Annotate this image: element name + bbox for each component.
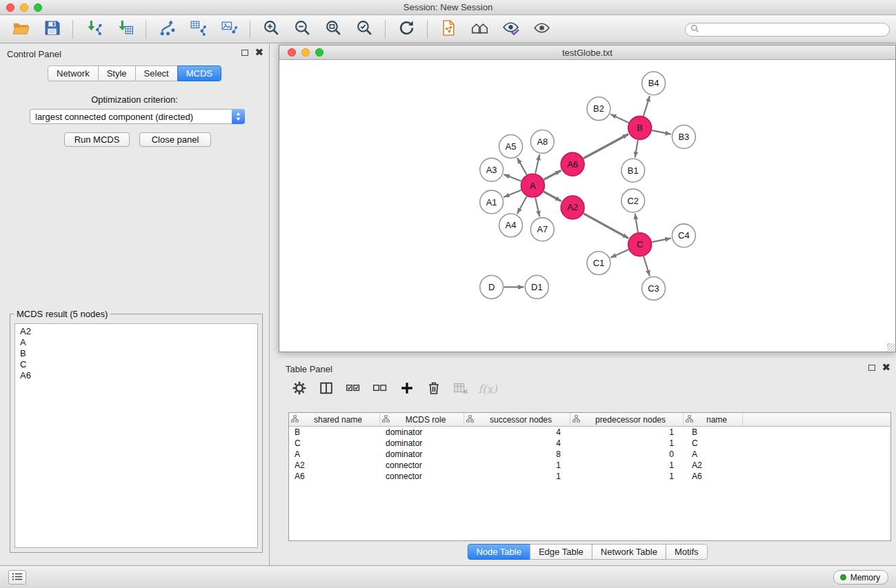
delete-column-button[interactable] <box>424 379 444 398</box>
edge-B-B4[interactable] <box>644 96 650 116</box>
table-tab-network-table[interactable]: Network Table <box>592 544 666 560</box>
edge-A2-C[interactable] <box>584 214 628 239</box>
column-visibility-button[interactable] <box>317 379 336 398</box>
mcds-result-list[interactable]: A2ABCA6 <box>14 323 258 548</box>
edge-A-A8[interactable] <box>535 154 539 174</box>
home-button[interactable] <box>467 18 492 40</box>
node-C[interactable]: C <box>628 233 652 256</box>
tab-network[interactable]: Network <box>48 65 99 81</box>
node-D[interactable]: D <box>480 276 504 299</box>
table-row[interactable]: A2connector11A2 <box>289 460 890 471</box>
tab-mcds[interactable]: MCDS <box>177 65 221 81</box>
panels-menu-button[interactable] <box>8 570 26 585</box>
search-input[interactable] <box>702 25 889 34</box>
node-A3[interactable]: A3 <box>480 158 504 181</box>
close-panel-icon[interactable]: ✖ <box>255 48 263 57</box>
node-A7[interactable]: A7 <box>530 218 554 241</box>
edge-A-A2[interactable] <box>544 192 561 201</box>
node-D1[interactable]: D1 <box>525 276 548 299</box>
optimization-criterion-select[interactable]: largest connected component (directed) <box>30 109 245 124</box>
network-canvas[interactable]: AA1A2A3A4A5A6A7A8BB1B2B3B4CC1C2C3C4DD1 <box>279 61 895 352</box>
close-panel-button[interactable]: Close panel <box>139 132 211 147</box>
column-header-mcds-role[interactable]: MCDS role <box>380 413 464 426</box>
zoom-fit-button[interactable] <box>321 18 346 40</box>
refresh-view-button[interactable] <box>394 18 419 40</box>
mcds-result-item[interactable]: A2 <box>20 326 252 337</box>
edge-A-A4[interactable] <box>517 196 527 214</box>
edge-A-A3[interactable] <box>504 174 521 181</box>
network-minimize-button[interactable] <box>301 48 310 57</box>
search-field[interactable] <box>685 23 890 37</box>
close-window-button[interactable] <box>6 3 14 12</box>
table-row[interactable]: A6connector11A6 <box>289 471 890 482</box>
edge-A-A5[interactable] <box>517 158 527 175</box>
edge-A-A6[interactable] <box>544 170 561 179</box>
node-C1[interactable]: C1 <box>587 252 610 275</box>
node-B1[interactable]: B1 <box>621 159 645 182</box>
table-row[interactable]: Cdominator41C <box>289 438 890 449</box>
node-C4[interactable]: C4 <box>672 224 695 247</box>
tab-select[interactable]: Select <box>135 65 178 81</box>
table-tab-edge-table[interactable]: Edge Table <box>530 544 593 560</box>
node-A4[interactable]: A4 <box>499 214 523 237</box>
network-from-table-button[interactable] <box>186 18 210 40</box>
edge-A6-B[interactable] <box>584 134 628 158</box>
run-mcds-button[interactable]: Run MCDS <box>64 132 130 147</box>
style-check-button[interactable] <box>498 18 523 40</box>
edge-C-C4[interactable] <box>652 239 671 243</box>
edge-C-C3[interactable] <box>644 256 650 276</box>
edge-B-B1[interactable] <box>635 140 638 157</box>
node-A1[interactable]: A1 <box>480 190 504 214</box>
deselect-all-rows-button[interactable] <box>370 379 390 398</box>
import-table-button[interactable] <box>112 18 137 40</box>
network-close-button[interactable] <box>288 48 296 57</box>
node-A6[interactable]: A6 <box>561 152 584 176</box>
export-image-button[interactable] <box>217 18 241 40</box>
zoom-in-button[interactable] <box>259 18 283 40</box>
node-B[interactable]: B <box>628 116 652 140</box>
memory-button[interactable]: Memory <box>833 570 888 585</box>
node-C3[interactable]: C3 <box>642 277 666 301</box>
resize-grip[interactable] <box>887 343 895 351</box>
node-C2[interactable]: C2 <box>621 189 645 212</box>
zoom-selected-button[interactable] <box>352 18 377 40</box>
zoom-window-button[interactable] <box>34 3 42 12</box>
open-network-file-button[interactable] <box>436 18 461 40</box>
network-zoom-button[interactable] <box>315 48 323 57</box>
table-tab-node-table[interactable]: Node Table <box>467 544 530 560</box>
create-column-button[interactable] <box>397 379 417 398</box>
column-header-predecessor-nodes[interactable]: predecessor nodes <box>570 413 684 426</box>
zoom-out-button[interactable] <box>290 18 315 40</box>
show-details-button[interactable] <box>529 18 554 40</box>
mcds-result-item[interactable]: A <box>20 337 252 348</box>
edge-B-B3[interactable] <box>652 130 671 134</box>
float-table-panel-icon[interactable] <box>868 365 875 371</box>
node-A5[interactable]: A5 <box>499 134 523 158</box>
node-B2[interactable]: B2 <box>587 97 610 121</box>
save-session-button[interactable] <box>39 18 64 40</box>
table-tab-motifs[interactable]: Motifs <box>666 544 708 560</box>
node-A2[interactable]: A2 <box>561 196 584 219</box>
mcds-result-item[interactable]: B <box>20 348 252 359</box>
column-header-shared-name[interactable]: shared name <box>289 413 380 426</box>
edge-A-A7[interactable] <box>535 198 539 217</box>
apply-layout-button[interactable] <box>155 18 179 40</box>
node-B3[interactable]: B3 <box>672 125 695 149</box>
tab-style[interactable]: Style <box>98 65 136 81</box>
open-session-button[interactable] <box>8 18 33 40</box>
node-A[interactable]: A <box>521 174 544 197</box>
edge-A-A1[interactable] <box>504 190 521 197</box>
edge-C-C2[interactable] <box>635 214 638 232</box>
node-B4[interactable]: B4 <box>642 72 666 95</box>
minimize-window-button[interactable] <box>20 3 28 12</box>
column-header-successor-nodes[interactable]: successor nodes <box>464 413 570 426</box>
node-A8[interactable]: A8 <box>530 130 554 154</box>
mcds-result-item[interactable]: A6 <box>20 370 252 381</box>
settings-gear-button[interactable] <box>290 379 309 398</box>
table-row[interactable]: Adominator80A <box>289 449 890 460</box>
edge-B-B2[interactable] <box>610 114 628 123</box>
network-view[interactable]: AA1A2A3A4A5A6A7A8BB1B2B3B4CC1C2C3C4DD1 <box>279 61 895 352</box>
table-row[interactable]: Bdominator41B <box>289 427 890 438</box>
select-all-rows-button[interactable] <box>344 379 363 398</box>
import-network-button[interactable] <box>81 18 106 40</box>
